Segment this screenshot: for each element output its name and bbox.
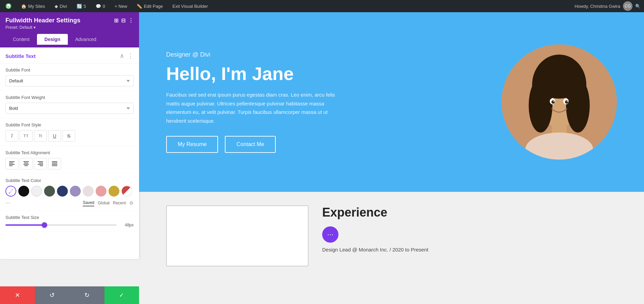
svg-point-32 [567,101,568,102]
comments-button[interactable]: 🔄 5 [75,0,88,12]
hero-image-wrap [502,44,617,160]
tab-design[interactable]: Design [37,34,68,45]
howdy-user: Howdy, Christina Gwira CG 🔍 [574,1,641,11]
exit-vb-label: Exit Visual Builder [173,4,208,9]
all-caps-button[interactable]: TT [20,130,33,142]
color-lavender-swatch[interactable] [70,186,81,197]
divi-button[interactable]: ◆ Divi [53,0,69,12]
svg-rect-13 [52,161,57,162]
svg-rect-17 [9,192,10,194]
new-button[interactable]: + New [113,0,129,12]
color-tab-saved[interactable]: Saved [83,200,94,206]
eyedropper-icon [8,189,13,194]
tab-content[interactable]: Content [5,34,37,45]
subtitle-font-weight-select[interactable]: Bold [5,103,134,114]
collapse-icon[interactable]: ∧ [120,52,124,60]
section-header-icons: ∧ ⋮ [120,52,134,60]
resume-button[interactable]: My Resume [166,136,218,153]
my-sites-button[interactable]: 🏠 My Sites [19,0,47,12]
align-left-button[interactable] [5,158,18,169]
svg-rect-4 [9,165,13,166]
subtitle-font-row: Subtitle Font Default [0,63,139,91]
wp-admin-bar: 🏠 My Sites ◆ Divi 🔄 5 💬 0 + New ✏️ Edit … [0,0,644,12]
edit-page-label: Edit Page [144,4,163,9]
svg-rect-10 [39,163,43,163]
left-panel-wrapper: Fullwidth Header Settings ⊞ ⊟ ⋮ Preset: … [0,12,139,304]
color-tab-recent[interactable]: Recent [113,200,126,206]
color-navy-swatch[interactable] [57,186,68,197]
divi-label: Divi [60,4,67,9]
color-pink-swatch[interactable] [96,186,106,197]
color-white-swatch[interactable] [31,186,42,197]
italic-button[interactable]: I [5,130,18,142]
svg-rect-7 [23,164,29,165]
subtitle-text-size-row: Subtitle Text Size 48px [0,211,139,232]
section-more-icon[interactable]: ⋮ [128,52,134,60]
small-caps-button[interactable]: Tt [34,130,47,142]
divi-icon: ◆ [55,4,58,9]
subtitle-font-label: Subtitle Font [5,67,134,73]
hero-avatar [502,44,617,160]
svg-point-31 [553,101,554,102]
color-stripe-swatch[interactable] [121,186,132,197]
align-center-button[interactable] [20,158,33,169]
comment-bubble-button[interactable]: 💬 0 [94,0,107,12]
avatar: CG [623,1,632,11]
color-gold-swatch[interactable] [109,186,119,197]
align-right-icon [38,161,43,166]
panel-content: Subtitle Text ∧ ⋮ Subtitle Font Default … [0,47,139,259]
color-more-button[interactable]: ··· [5,199,11,206]
subtitle-font-select[interactable]: Default [5,75,134,86]
panel-title-row: Fullwidth Header Settings ⊞ ⊟ ⋮ [5,17,134,24]
color-dark-green-swatch[interactable] [44,186,55,197]
search-icon[interactable]: 🔍 [635,4,641,9]
experience-title: Experience [322,205,617,220]
panel-icon-copy[interactable]: ⊞ [114,17,118,24]
edit-page-button[interactable]: ✏️ Edit Page [135,0,165,12]
comment-count: 0 [103,4,105,9]
panel-header: Fullwidth Header Settings ⊞ ⊟ ⋮ Preset: … [0,12,139,47]
experience-left-card [166,205,309,266]
align-justify-icon [52,161,57,166]
panel-title-text: Fullwidth Header Settings [5,17,80,24]
color-tabs-row: ··· Saved Global Recent ⚙ [5,199,134,206]
slider-thumb[interactable] [42,222,47,228]
strikethrough-button[interactable]: S [62,130,75,142]
subtitle-text-size-label: Subtitle Text Size [5,215,134,220]
color-black-swatch[interactable] [18,186,29,197]
settings-panel: Fullwidth Header Settings ⊞ ⊟ ⋮ Preset: … [0,12,139,259]
exit-visual-builder-button[interactable]: Exit Visual Builder [171,0,210,12]
experience-section: Experience ··· Design Lead @ Monarch Inc… [139,192,644,280]
svg-rect-15 [52,164,57,165]
color-swatches-row [5,186,134,197]
experience-bubble-button[interactable]: ··· [322,226,338,243]
svg-rect-16 [52,165,57,166]
align-left-icon [9,161,15,166]
panel-preset[interactable]: Preset: Default ▾ [5,25,134,30]
color-settings-gear-icon[interactable]: ⚙ [129,200,134,206]
hero-section: Designer @ Divi Hello, I'm Jane Faucibus… [139,12,644,192]
new-label: + New [115,4,127,9]
panel-icon-layout[interactable]: ⊟ [121,17,125,24]
color-light-gray-swatch[interactable] [83,186,94,197]
subtitle-font-style-label: Subtitle Font Style [5,122,134,127]
experience-item: Design Lead @ Monarch Inc. / 2020 to Pre… [322,247,617,252]
contact-button[interactable]: Contact Me [225,136,276,153]
underline-button[interactable]: U [48,130,61,142]
svg-point-24 [534,61,585,99]
align-right-button[interactable] [34,158,47,169]
svg-rect-12 [40,165,43,166]
style-buttons-group: I TT Tt U S [5,130,134,142]
my-sites-label: My Sites [28,4,45,9]
color-tab-global[interactable]: Global [98,200,110,206]
slider-track[interactable] [5,224,117,226]
subtitle-section-header: Subtitle Text ∧ ⋮ [0,47,139,63]
tab-advanced[interactable]: Advanced [68,34,104,45]
color-picker-button[interactable] [5,186,16,197]
website-preview: Designer @ Divi Hello, I'm Jane Faucibus… [139,12,644,304]
svg-rect-11 [38,164,43,165]
panel-icon-more[interactable]: ⋮ [128,17,134,24]
wp-icon-button[interactable] [3,0,14,12]
align-justify-button[interactable] [48,158,61,169]
hero-title: Hello, I'm Jane [166,64,488,84]
